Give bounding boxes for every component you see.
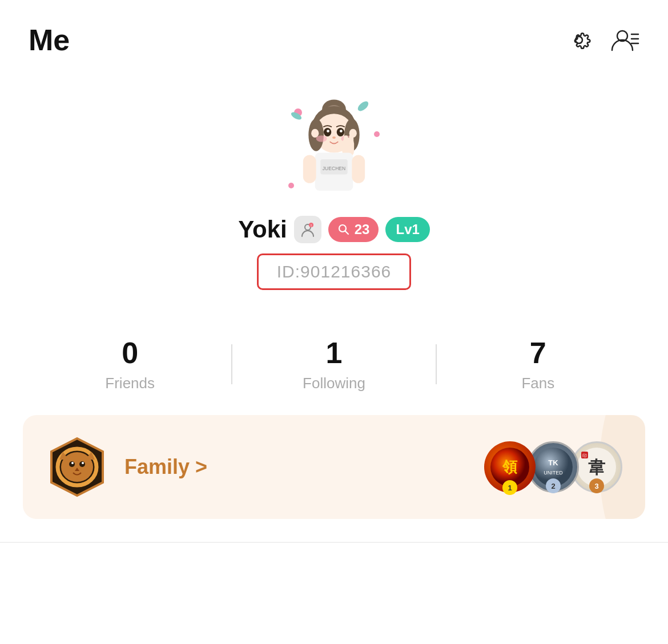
svg-point-38	[82, 462, 84, 464]
person-badge[interactable]: !	[294, 216, 321, 243]
family-left: Family >	[46, 436, 207, 498]
family-logo	[46, 436, 108, 498]
svg-point-37	[71, 462, 74, 464]
avatar-wrapper: JUECHEN	[277, 91, 391, 206]
friends-stat[interactable]: 0 Friends	[29, 336, 231, 392]
page-title: Me	[29, 23, 70, 57]
fans-label: Fans	[521, 375, 554, 392]
svg-rect-26	[349, 134, 354, 146]
following-stat[interactable]: 1 Following	[232, 336, 435, 392]
bottom-divider	[0, 542, 668, 543]
following-label: Following	[303, 375, 365, 392]
family-card[interactable]: Family > 領 1	[23, 415, 645, 519]
member-rank-2: 2	[546, 478, 561, 493]
svg-rect-23	[303, 155, 316, 183]
search-count-badge[interactable]: 23	[328, 217, 379, 242]
family-text: Family	[124, 455, 190, 479]
svg-text:JUECHEN: JUECHEN	[323, 166, 345, 171]
level-badge: Lv1	[385, 217, 429, 242]
svg-rect-25	[344, 135, 348, 147]
family-member-1: 領 1	[484, 441, 536, 493]
svg-rect-24	[352, 155, 365, 183]
friends-label: Friends	[105, 375, 155, 392]
avatar-image: JUECHEN	[285, 94, 383, 203]
family-arrow: >	[195, 455, 207, 479]
stats-row: 0 Friends 1 Following 7 Fans	[0, 336, 668, 392]
account-menu-icon[interactable]	[610, 25, 639, 55]
username: Yoki	[238, 216, 287, 243]
svg-text:韋: 韋	[588, 458, 606, 477]
header: Me	[0, 0, 668, 69]
level-text: Lv1	[396, 222, 419, 237]
family-label: Family >	[124, 455, 207, 479]
fans-count: 7	[530, 336, 546, 370]
member-rank-3: 3	[589, 478, 604, 493]
friends-count: 0	[122, 336, 138, 370]
header-icons	[564, 25, 639, 55]
family-members: 領 1 TK UNITED 2 韋	[484, 441, 622, 493]
search-count: 23	[355, 222, 370, 238]
svg-point-15	[340, 130, 343, 132]
user-id-box[interactable]: ID:901216366	[257, 253, 412, 290]
member-rank-1: 1	[502, 480, 517, 495]
svg-point-10	[311, 129, 319, 138]
svg-point-17	[316, 135, 327, 142]
svg-text:印: 印	[582, 453, 587, 458]
svg-line-31	[345, 231, 348, 235]
svg-text:UNITED: UNITED	[544, 470, 563, 476]
following-count: 1	[326, 336, 343, 370]
svg-point-14	[327, 130, 329, 132]
fans-stat[interactable]: 7 Fans	[437, 336, 639, 392]
svg-text:領: 領	[502, 459, 518, 476]
svg-point-16	[332, 136, 336, 139]
svg-text:TK: TK	[548, 458, 558, 467]
svg-text:!: !	[311, 224, 312, 227]
user-id: ID:901216366	[277, 262, 392, 281]
username-row: Yoki ! 23 Lv1	[238, 216, 430, 243]
avatar-section: JUECHEN Yoki ! 23 Lv1	[0, 69, 668, 301]
settings-icon[interactable]	[564, 25, 594, 55]
